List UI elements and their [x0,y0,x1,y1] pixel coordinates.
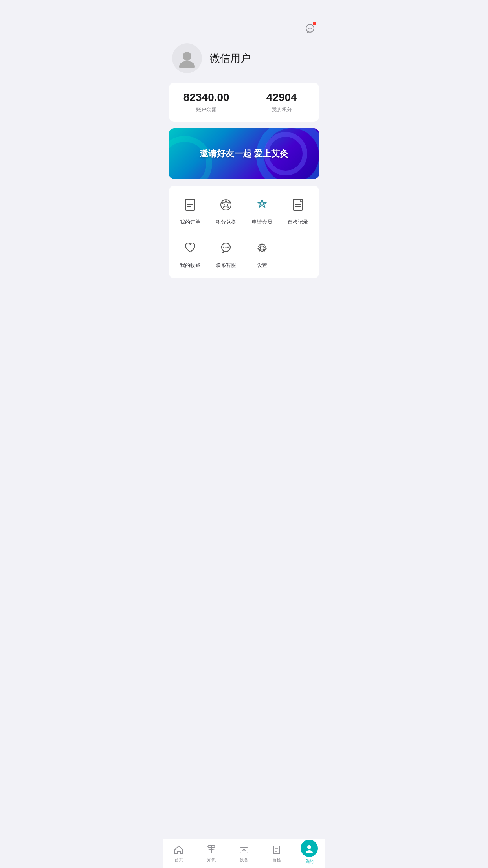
top-bar [163,17,325,37]
balance-item-points[interactable]: 42904 我的积分 [244,83,319,122]
points-icon [216,195,236,215]
menu-row-2: 我的收藏 联系客服 [169,232,319,275]
menu-label-orders: 我的订单 [180,219,200,226]
menu-label-service: 联系客服 [216,262,236,269]
menu-item-settings[interactable]: 设置 [246,238,278,269]
menu-item-points[interactable]: 积分兑换 [210,195,242,226]
invite-banner[interactable]: 邀请好友一起 爱上艾灸 [169,128,319,179]
menu-item-selfcheck[interactable]: 自检记录 [282,195,314,226]
svg-point-11 [261,202,264,205]
svg-point-20 [260,246,264,250]
svg-point-5 [179,61,195,68]
svg-point-2 [310,28,311,29]
balance-label: 账户余额 [196,106,216,113]
status-bar [163,0,325,17]
svg-point-1 [308,28,309,29]
order-icon [180,195,200,215]
menu-item-orders[interactable]: 我的订单 [174,195,206,226]
banner-text: 邀请好友一起 爱上艾灸 [200,148,288,160]
svg-point-17 [223,247,224,248]
message-button[interactable] [303,20,317,35]
menu-card: 我的订单 积分兑换 [169,186,319,278]
username: 微信用户 [210,51,251,65]
menu-label-member: 申请会员 [252,219,272,226]
menu-label-points: 积分兑换 [216,219,236,226]
avatar[interactable] [172,43,202,73]
page-content: 微信用户 82340.00 账户余额 42904 我的积分 邀请好友一起 爱上艾… [163,17,325,316]
svg-point-3 [311,28,312,29]
points-label: 我的积分 [272,106,292,113]
svg-point-18 [226,247,227,248]
points-value: 42904 [266,91,297,104]
profile-section: 微信用户 [163,37,325,83]
settings-icon [252,238,272,258]
menu-item-service[interactable]: 联系客服 [210,238,242,269]
balance-card: 82340.00 账户余额 42904 我的积分 [169,83,319,122]
menu-label-selfcheck: 自检记录 [288,219,308,226]
menu-label-settings: 设置 [257,262,267,269]
svg-point-10 [221,200,231,210]
selfcheck-icon [288,195,308,215]
svg-point-19 [227,247,229,248]
menu-label-favorites: 我的收藏 [180,262,200,269]
favorites-icon [180,238,200,258]
svg-point-4 [183,52,191,61]
balance-item-amount[interactable]: 82340.00 账户余额 [169,83,244,122]
menu-item-favorites[interactable]: 我的收藏 [174,238,206,269]
message-badge [313,22,316,25]
menu-item-member[interactable]: 申请会员 [246,195,278,226]
balance-value: 82340.00 [183,91,229,104]
member-icon [252,195,272,215]
menu-row-1: 我的订单 积分兑换 [169,189,319,232]
service-icon [216,238,236,258]
